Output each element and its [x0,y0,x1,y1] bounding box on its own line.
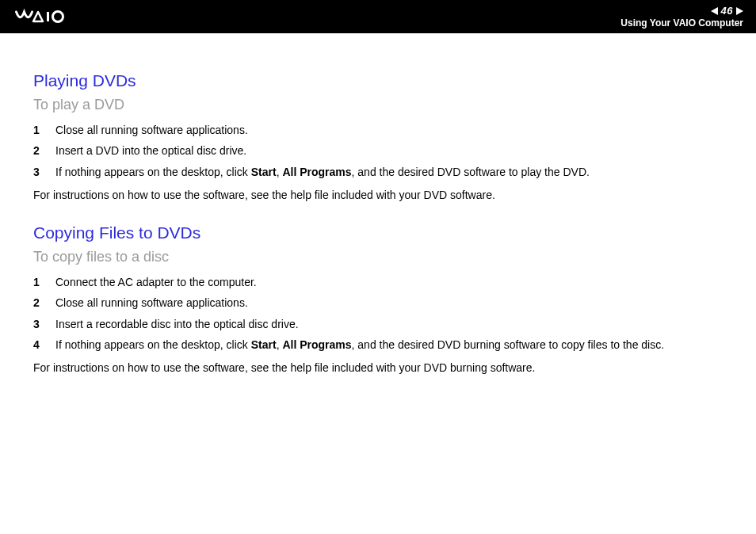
page-content: Playing DVDs To play a DVD 1 Close all r… [0,33,756,392]
step-text-post: , and the desired DVD software to play t… [352,166,590,178]
step-number: 3 [33,316,44,332]
step-item: 2 Close all running software application… [33,292,723,313]
step-item: 1 Connect the AC adapter to the computer… [33,272,723,292]
step-text-post: , and the desired DVD burning software t… [352,338,665,351]
page-number: 46 [721,5,733,17]
page-navigation: 46 [711,5,743,17]
step-item: 1 Close all running software application… [33,120,723,140]
step-number: 2 [33,295,44,311]
step-bold: Start [251,166,277,178]
header-bar: 46 Using Your VAIO Computer [0,0,756,33]
header-right: 46 Using Your VAIO Computer [620,5,743,29]
section-note: For instructions on how to use the softw… [33,187,723,203]
svg-point-1 [53,12,63,22]
step-bold: All Programs [282,166,351,178]
subsection-title: To play a DVD [33,97,723,113]
step-number: 2 [33,143,44,158]
step-text: Close all running software applications. [55,122,723,138]
step-text: Insert a recordable disc into the optica… [55,316,723,332]
prev-page-arrow-icon[interactable] [711,7,718,15]
step-item: 4 If nothing appears on the desktop, cli… [33,334,723,355]
step-text: If nothing appears on the desktop, click… [55,164,723,180]
step-bold: Start [251,338,277,351]
step-number: 1 [33,274,44,290]
step-text-pre: If nothing appears on the desktop, click [55,338,251,351]
section-note: For instructions on how to use the softw… [33,360,723,376]
step-text: Close all running software applications. [55,295,723,311]
step-text: Connect the AC adapter to the computer. [55,274,723,290]
section-playing-dvds: Playing DVDs To play a DVD 1 Close all r… [33,71,723,203]
next-page-arrow-icon[interactable] [736,7,743,15]
step-text: If nothing appears on the desktop, click… [55,337,723,353]
header-chapter-label: Using Your VAIO Computer [620,17,743,29]
steps-list: 1 Connect the AC adapter to the computer… [33,272,723,355]
section-title: Playing DVDs [33,71,723,90]
step-item: 2 Insert a DVD into the optical disc dri… [33,140,723,161]
step-text: Insert a DVD into the optical disc drive… [55,143,723,158]
svg-rect-0 [47,12,49,21]
step-number: 1 [33,122,44,138]
subsection-title: To copy files to a disc [33,249,723,265]
section-copying-files: Copying Files to DVDs To copy files to a… [33,223,723,376]
step-item: 3 If nothing appears on the desktop, cli… [33,162,723,182]
vaio-logo-svg [14,8,94,25]
section-title: Copying Files to DVDs [33,223,723,242]
step-text-pre: If nothing appears on the desktop, click [55,166,251,178]
steps-list: 1 Close all running software application… [33,120,723,182]
step-number: 4 [33,337,44,353]
step-item: 3 Insert a recordable disc into the opti… [33,314,723,334]
step-bold: All Programs [282,338,351,351]
vaio-logo [14,8,94,25]
step-number: 3 [33,164,44,180]
